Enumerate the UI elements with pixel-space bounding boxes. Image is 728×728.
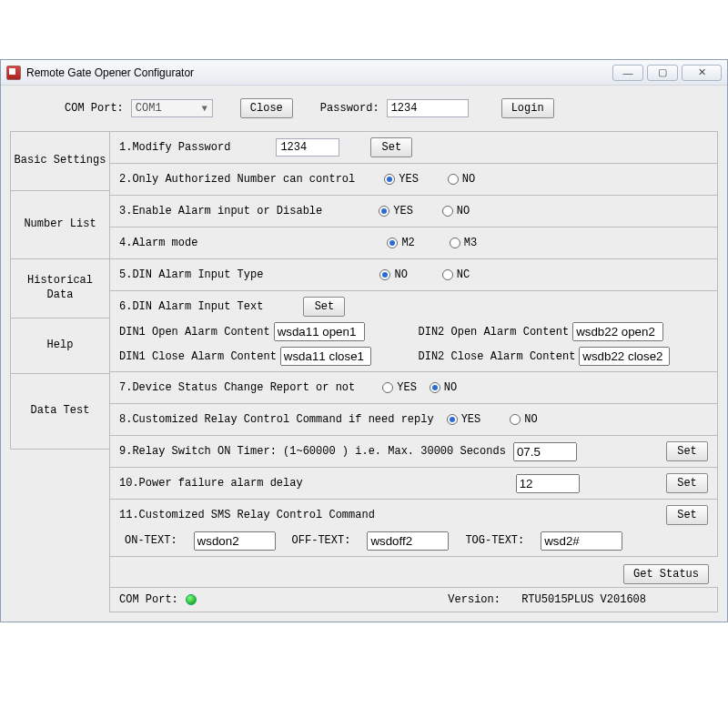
relay-timer-input[interactable] [513,442,577,461]
relay-reply-no-radio[interactable]: NO [510,413,537,426]
status-com-label: COM Port: [119,593,178,606]
tab-help[interactable]: Help [10,318,109,374]
din-type-no-radio[interactable]: NO [379,268,407,281]
row8-label: 8.Customized Relay Control Command if ne… [119,413,434,426]
row5-label: 5.DIN Alarm Input Type [119,268,263,281]
status-bar: COM Port: Version: RTU5015PLUS V201608 [110,587,718,612]
get-status-row: Get Status [110,557,718,588]
sidebar-filler [10,449,109,612]
row-din-input-type: 5.DIN Alarm Input Type NO NC [110,258,718,291]
tog-text-label: TOG-TEXT: [465,534,524,547]
row1-label: 1.Modify Password [119,141,230,154]
row-din-input-text: 6.DIN Alarm Input Text Set DIN1 Open Ala… [110,290,718,372]
row7-label: 7.Device Status Change Report or not [119,381,355,394]
tab-historical-data[interactable]: Historical Data [10,258,109,318]
row4-label: 4.Alarm mode [119,237,197,249]
tab-number-list[interactable]: Number List [10,190,109,259]
off-text-input[interactable] [367,531,449,551]
row-sms-relay-cmd: 11.Customized SMS Relay Control Command … [110,499,718,557]
com-status-led-icon [186,594,197,605]
set-power-fail-button[interactable]: Set [666,473,708,493]
com-port-label: COM Port: [65,102,124,115]
set-relay-timer-button[interactable]: Set [666,441,708,461]
version-value: RTU5015PLUS V201608 [521,593,646,606]
alarm-mode-m3-radio[interactable]: M3 [450,237,477,249]
tab-data-test[interactable]: Data Test [10,373,109,450]
power-fail-delay-input[interactable] [516,474,580,493]
row-modify-password: 1.Modify Password Set [110,131,718,164]
row-authorized-only: 2.Only Authorized Number can control YES… [110,163,718,196]
din1-open-label: DIN1 Open Alarm Content [119,326,270,339]
minimize-button[interactable]: — [612,65,643,81]
alarm-enable-no-radio[interactable]: NO [442,205,470,217]
din1-close-input[interactable] [280,347,371,366]
din1-open-input[interactable] [274,322,365,341]
row-relay-timer: 9.Relay Switch ON Timer: (1~60000 ) i.e.… [110,435,718,468]
row-power-fail-delay: 10.Power failure alarm delay Set [110,467,718,500]
din2-open-input[interactable] [572,322,663,341]
close-window-button[interactable]: ✕ [682,65,722,81]
row6-label: 6.DIN Alarm Input Text [119,300,263,313]
alarm-enable-yes-radio[interactable]: YES [379,205,413,217]
din1-close-label: DIN1 Close Alarm Content [119,350,277,363]
get-status-button[interactable]: Get Status [623,564,709,584]
off-text-label: OFF-TEXT: [292,534,351,547]
app-icon [6,66,21,80]
tog-text-input[interactable] [541,531,622,551]
maximize-button[interactable]: ▢ [647,65,678,81]
chevron-down-icon: ▼ [197,104,212,114]
set-password-button[interactable]: Set [370,137,412,157]
row3-label: 3.Enable Alarm input or Disable [119,205,322,217]
din2-open-label: DIN2 Open Alarm Content [419,326,570,339]
din2-close-input[interactable] [579,347,670,366]
row-enable-alarm: 3.Enable Alarm input or Disable YES NO [110,195,718,228]
client-area: COM Port: COM1 ▼ Close Password: Login B… [1,86,727,622]
com-port-value: COM1 [136,102,162,115]
row10-label: 10.Power failure alarm delay [119,477,303,490]
main-area: Basic Settings Number List Historical Da… [10,131,718,612]
din-type-nc-radio[interactable]: NC [442,268,470,281]
authorized-no-radio[interactable]: NO [448,173,475,186]
com-port-select[interactable]: COM1 ▼ [131,99,213,117]
row11-label: 11.Customized SMS Relay Control Command [119,509,375,521]
row-relay-reply: 8.Customized Relay Control Command if ne… [110,403,718,436]
login-button[interactable]: Login [501,98,554,118]
set-din-text-button[interactable]: Set [303,297,345,317]
window-controls: — ▢ ✕ [612,65,722,81]
row-alarm-mode: 4.Alarm mode M2 M3 [110,227,718,259]
connection-bar: COM Port: COM1 ▼ Close Password: Login [10,93,718,131]
din2-close-label: DIN2 Close Alarm Content [419,350,576,363]
app-window: Remote Gate Opener Configurator — ▢ ✕ CO… [0,59,728,622]
window-title: Remote Gate Opener Configurator [26,66,612,79]
settings-content: 1.Modify Password Set 2.Only Authorized … [110,131,718,612]
close-port-button[interactable]: Close [240,98,293,118]
authorized-yes-radio[interactable]: YES [384,173,419,186]
titlebar: Remote Gate Opener Configurator — ▢ ✕ [1,60,727,86]
status-report-yes-radio[interactable]: YES [382,381,417,394]
version-label: Version: [448,593,500,606]
on-text-label: ON-TEXT: [125,534,177,547]
set-sms-cmd-button[interactable]: Set [666,505,708,525]
status-report-no-radio[interactable]: NO [430,381,457,394]
modify-password-input[interactable] [276,138,339,157]
alarm-mode-m2-radio[interactable]: M2 [387,237,414,249]
on-text-input[interactable] [194,531,276,551]
row2-label: 2.Only Authorized Number can control [119,173,355,186]
sidebar: Basic Settings Number List Historical Da… [10,131,110,612]
password-label: Password: [320,102,379,115]
row9-label: 9.Relay Switch ON Timer: (1~60000 ) i.e.… [119,445,506,458]
tab-basic-settings[interactable]: Basic Settings [10,131,109,191]
password-input[interactable] [387,99,469,117]
relay-reply-yes-radio[interactable]: YES [447,413,481,426]
row-status-report: 7.Device Status Change Report or not YES… [110,371,718,404]
